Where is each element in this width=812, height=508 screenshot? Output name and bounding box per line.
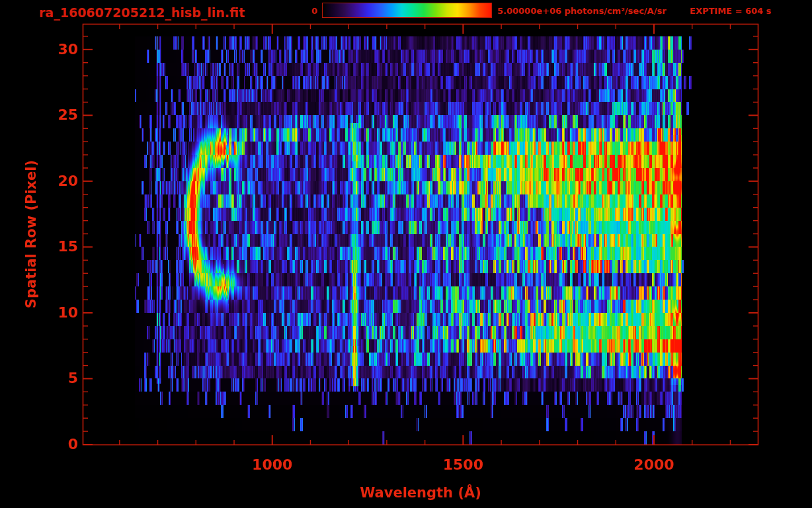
y-tick-label: 15 xyxy=(38,238,78,255)
x-tick-label: 2000 xyxy=(624,456,684,473)
y-tick-label: 0 xyxy=(38,436,78,452)
y-tick-label: 5 xyxy=(38,370,78,386)
x-axis-title: Wavelength (Å) xyxy=(327,485,514,501)
x-tick-label: 1000 xyxy=(243,456,302,473)
y-tick-label: 25 xyxy=(38,106,78,123)
y-tick-label: 10 xyxy=(38,304,78,321)
y-tick-label: 30 xyxy=(38,41,78,58)
axes-frame xyxy=(0,0,812,508)
spectrogram-viewer-window: ra_160607205212_hisb_lin.fit 0 5.00000e+… xyxy=(0,0,812,508)
x-tick-label: 1500 xyxy=(433,456,493,473)
y-axis-title: Spatial Row (Pixel) xyxy=(23,160,39,308)
y-tick-label: 20 xyxy=(38,173,78,189)
